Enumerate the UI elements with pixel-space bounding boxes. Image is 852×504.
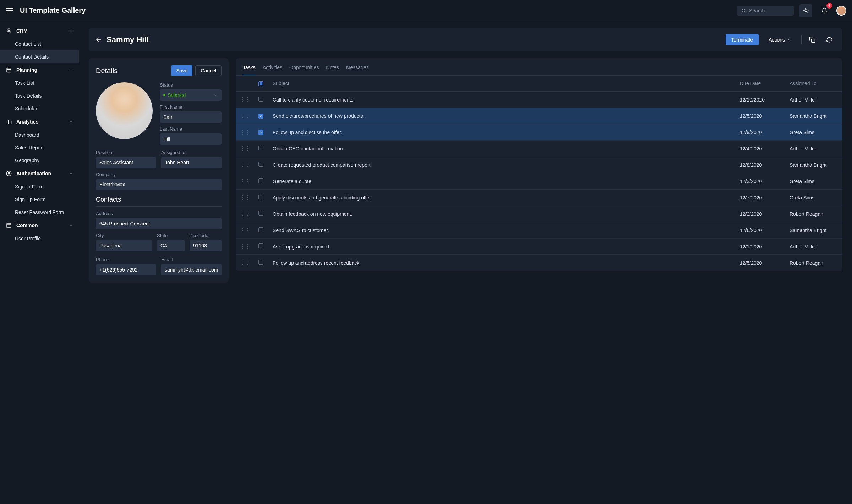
nav-item[interactable]: Sign Up Form bbox=[0, 193, 79, 206]
state-input[interactable] bbox=[157, 240, 185, 251]
tab-activities[interactable]: Activities bbox=[263, 63, 282, 75]
theme-toggle-button[interactable] bbox=[799, 4, 812, 17]
col-subject[interactable]: Subject bbox=[268, 76, 736, 92]
nav-item[interactable]: Contact List bbox=[0, 38, 79, 50]
table-row[interactable]: ⋮⋮Obtain CEO contact information.12/4/20… bbox=[236, 141, 842, 157]
notifications-button[interactable]: 4 bbox=[818, 4, 831, 17]
assigned-to-input[interactable] bbox=[161, 157, 222, 168]
drag-handle-icon[interactable]: ⋮⋮ bbox=[240, 243, 250, 250]
select-all-checkbox[interactable] bbox=[258, 81, 263, 86]
nav-group-authentication[interactable]: Authentication bbox=[0, 167, 79, 180]
table-row[interactable]: ⋮⋮Call to clarify customer requirements.… bbox=[236, 92, 842, 108]
row-checkbox[interactable] bbox=[258, 130, 263, 135]
page-header: Sammy Hill Terminate Actions bbox=[89, 28, 842, 51]
nav-item[interactable]: Task Details bbox=[0, 89, 79, 102]
table-row[interactable]: ⋮⋮Follow up and address recent feedback.… bbox=[236, 255, 842, 271]
nav-item[interactable]: Sign In Form bbox=[0, 180, 79, 193]
row-checkbox[interactable] bbox=[258, 227, 263, 232]
drag-handle-icon[interactable]: ⋮⋮ bbox=[240, 162, 250, 168]
refresh-button[interactable] bbox=[823, 33, 836, 46]
nav-item[interactable]: Contact Details bbox=[0, 50, 79, 63]
planning-icon bbox=[6, 67, 12, 73]
search-input[interactable]: Search bbox=[737, 6, 794, 16]
drag-handle-icon[interactable]: ⋮⋮ bbox=[240, 195, 250, 201]
company-input[interactable] bbox=[96, 179, 222, 190]
nav-group-common[interactable]: Common bbox=[0, 219, 79, 232]
row-checkbox[interactable] bbox=[258, 97, 263, 102]
cell-assigned: Greta Sims bbox=[785, 173, 842, 190]
nav-group-analytics[interactable]: Analytics bbox=[0, 115, 79, 128]
row-checkbox[interactable] bbox=[258, 162, 263, 167]
copy-icon bbox=[809, 37, 815, 43]
terminate-button[interactable]: Terminate bbox=[726, 34, 759, 45]
cell-due-date: 12/5/2020 bbox=[736, 255, 785, 271]
cell-assigned: Samantha Bright bbox=[785, 157, 842, 173]
first-name-input[interactable] bbox=[160, 111, 222, 123]
row-checkbox[interactable] bbox=[258, 195, 263, 199]
table-row[interactable]: ⋮⋮Apply discounts and generate a binding… bbox=[236, 190, 842, 206]
last-name-input[interactable] bbox=[160, 133, 222, 145]
col-assigned-to[interactable]: Assigned To bbox=[785, 76, 842, 92]
email-input[interactable] bbox=[161, 264, 222, 275]
cell-assigned: Samantha Bright bbox=[785, 222, 842, 239]
tasks-table: Subject Due Date Assigned To ⋮⋮Call to c… bbox=[236, 76, 842, 271]
drag-handle-icon[interactable]: ⋮⋮ bbox=[240, 178, 250, 184]
zip-input[interactable] bbox=[190, 240, 222, 251]
nav-item[interactable]: User Profile bbox=[0, 232, 79, 245]
nav-group-planning[interactable]: Planning bbox=[0, 63, 79, 77]
cell-due-date: 12/7/2020 bbox=[736, 190, 785, 206]
save-button[interactable]: Save bbox=[171, 65, 192, 76]
menu-toggle-button[interactable] bbox=[6, 6, 14, 15]
status-select[interactable]: Salaried bbox=[160, 89, 222, 101]
table-row[interactable]: ⋮⋮Create requested product comparison re… bbox=[236, 157, 842, 173]
phone-input[interactable] bbox=[96, 264, 156, 275]
table-row[interactable]: ⋮⋮Ask if upgrade is required.12/1/2020Ar… bbox=[236, 239, 842, 255]
details-heading: Details bbox=[96, 67, 118, 75]
position-input[interactable] bbox=[96, 157, 156, 168]
row-checkbox[interactable] bbox=[258, 243, 263, 248]
svg-rect-12 bbox=[7, 68, 11, 72]
row-checkbox[interactable] bbox=[258, 260, 263, 265]
drag-handle-icon[interactable]: ⋮⋮ bbox=[240, 97, 250, 103]
nav-item[interactable]: Sales Report bbox=[0, 141, 79, 154]
drag-handle-icon[interactable]: ⋮⋮ bbox=[240, 227, 250, 233]
chevron-down-icon bbox=[69, 120, 73, 124]
row-checkbox[interactable] bbox=[258, 211, 263, 216]
city-input[interactable] bbox=[96, 240, 152, 251]
row-checkbox[interactable] bbox=[258, 178, 263, 183]
table-row[interactable]: ⋮⋮Generate a quote.12/3/2020Greta Sims bbox=[236, 173, 842, 190]
nav-group-crm[interactable]: CRM bbox=[0, 24, 79, 38]
table-row[interactable]: ⋮⋮Send pictures/brochures of new product… bbox=[236, 108, 842, 124]
drag-handle-icon[interactable]: ⋮⋮ bbox=[240, 113, 250, 119]
drag-handle-icon[interactable]: ⋮⋮ bbox=[240, 146, 250, 152]
nav-item[interactable]: Task List bbox=[0, 77, 79, 89]
cell-due-date: 12/6/2020 bbox=[736, 222, 785, 239]
drag-handle-icon[interactable]: ⋮⋮ bbox=[240, 129, 250, 135]
copy-button[interactable] bbox=[806, 33, 819, 46]
sun-icon bbox=[803, 7, 809, 14]
table-row[interactable]: ⋮⋮Follow up and discuss the offer.12/9/2… bbox=[236, 124, 842, 141]
svg-line-1 bbox=[745, 11, 746, 12]
nav-item[interactable]: Reset Password Form bbox=[0, 206, 79, 219]
row-checkbox[interactable] bbox=[258, 114, 263, 119]
tab-notes[interactable]: Notes bbox=[326, 63, 339, 75]
col-due-date[interactable]: Due Date bbox=[736, 76, 785, 92]
nav-item[interactable]: Dashboard bbox=[0, 128, 79, 141]
nav-item[interactable]: Scheduler bbox=[0, 102, 79, 115]
table-row[interactable]: ⋮⋮Send SWAG to customer.12/6/2020Samanth… bbox=[236, 222, 842, 239]
tab-messages[interactable]: Messages bbox=[346, 63, 369, 75]
nav-item[interactable]: Geography bbox=[0, 154, 79, 167]
cell-subject: Apply discounts and generate a binding o… bbox=[268, 190, 736, 206]
drag-handle-icon[interactable]: ⋮⋮ bbox=[240, 211, 250, 217]
tab-opportunities[interactable]: Opportunities bbox=[289, 63, 319, 75]
drag-handle-icon[interactable]: ⋮⋮ bbox=[240, 260, 250, 266]
row-checkbox[interactable] bbox=[258, 146, 263, 150]
address-input[interactable] bbox=[96, 218, 222, 229]
user-avatar[interactable] bbox=[836, 6, 846, 16]
actions-dropdown[interactable]: Actions bbox=[763, 34, 797, 45]
table-row[interactable]: ⋮⋮Obtain feedback on new equipment.12/2/… bbox=[236, 206, 842, 222]
contacts-heading: Contacts bbox=[96, 196, 222, 207]
tab-tasks[interactable]: Tasks bbox=[243, 63, 256, 75]
back-button[interactable] bbox=[95, 36, 102, 43]
cancel-button[interactable]: Cancel bbox=[195, 65, 222, 76]
